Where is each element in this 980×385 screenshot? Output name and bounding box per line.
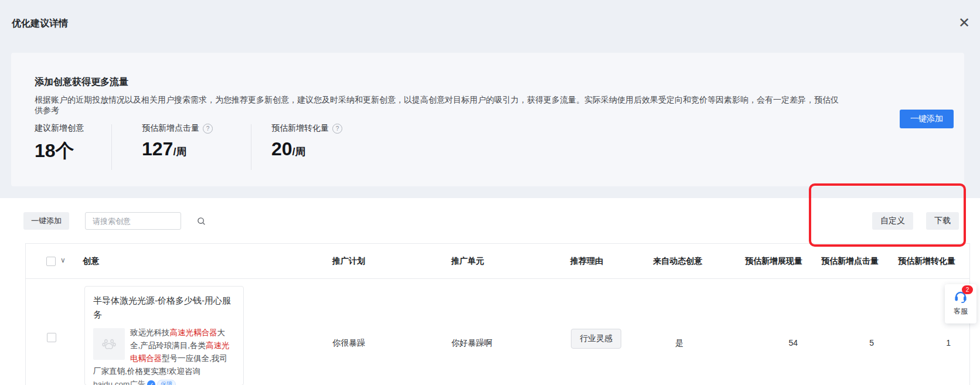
creative-description: 致远光科技高速光耦合器大全,产品玲琅满目,各类高速光电耦合器型号一应俱全,我司厂… <box>93 326 235 378</box>
download-button[interactable]: 下载 <box>926 212 959 230</box>
desc-text: 致远光科技 <box>130 328 170 337</box>
stat-label: 建议新增创意 <box>35 123 84 134</box>
guarantee-badge: 保障 <box>157 380 176 385</box>
header-unit: 推广单元 <box>451 256 484 267</box>
table-header-row: ∨ 创意 推广计划 推广单元 推荐理由 来自动态创意 预估新增展现量 预估新增点… <box>26 244 969 279</box>
cell-est-clicks: 5 <box>808 338 874 347</box>
creative-thumbnail <box>93 328 125 360</box>
cell-from-dynamic: 是 <box>675 338 683 349</box>
page-title: 优化建议详情 <box>12 18 68 30</box>
support-label: 客服 <box>954 306 968 316</box>
creative-preview-card[interactable]: 半导体激光光源-价格多少钱-用心服务 <box>84 286 244 385</box>
cell-plan: 你很暴躁 <box>332 338 365 349</box>
toolbar-add-button[interactable]: 一键添加 <box>23 212 69 230</box>
stat-label: 预估新增转化量 <box>271 123 329 134</box>
stat-est-conversions: 预估新增转化量 ? 20/周 <box>271 123 342 160</box>
creative-url: baidu.com广告 <box>93 379 145 385</box>
paw-icon <box>100 335 118 353</box>
close-icon[interactable]: ✕ <box>955 14 973 32</box>
header-from-dynamic: 来自动态创意 <box>653 256 702 267</box>
divider <box>251 124 251 170</box>
header-plan: 推广计划 <box>332 256 365 267</box>
creative-url-line: baidu.com广告 ✓ 保障 <box>93 379 235 385</box>
chevron-down-icon[interactable]: ∨ <box>60 256 66 264</box>
customize-button[interactable]: 自定义 <box>872 212 913 230</box>
header-creative: 创意 <box>83 256 99 267</box>
add-all-button[interactable]: 一键添加 <box>900 110 954 128</box>
stat-value: 127 <box>142 138 173 159</box>
search-input-wrap <box>85 212 181 230</box>
help-icon[interactable]: ? <box>332 124 342 134</box>
stat-est-clicks: 预估新增点击量 ? 127/周 <box>142 123 213 160</box>
header-est-impressions: 预估新增展现量 <box>732 256 802 267</box>
help-icon[interactable]: ? <box>203 124 213 134</box>
creative-list-section: 一键添加 自定义 下载 ∨ 创意 推广计划 推广单元 推荐理由 来自动态创意 预… <box>0 198 980 385</box>
desc-highlight: 高速光耦合器 <box>170 328 217 337</box>
row-checkbox[interactable] <box>47 333 56 342</box>
panel-heading: 添加创意获得更多流量 <box>35 76 128 88</box>
stat-unit: /周 <box>292 146 306 158</box>
stat-unit: /周 <box>173 146 186 158</box>
header-est-conversions: 预估新增转化量 <box>885 256 955 267</box>
cell-est-impressions: 54 <box>732 338 798 347</box>
notification-badge: 2 <box>962 285 973 294</box>
stat-unit: 个 <box>56 140 74 161</box>
header-reason: 推荐理由 <box>570 256 603 267</box>
stat-new-creatives: 建议新增创意 18个 <box>35 123 84 164</box>
panel-description: 根据账户的近期投放情况以及相关用户搜索需求，为您推荐更多新创意，建议您及时采纳和… <box>35 95 843 116</box>
optimization-suggestion-dialog: 优化建议详情 ✕ 添加创意获得更多流量 根据账户的近期投放情况以及相关用户搜索需… <box>0 0 980 385</box>
creatives-table: ∨ 创意 推广计划 推广单元 推荐理由 来自动态创意 预估新增展现量 预估新增点… <box>25 243 970 385</box>
customer-support-widget[interactable]: 2 客服 <box>945 284 976 323</box>
suggestion-panel: 添加创意获得更多流量 根据账户的近期投放情况以及相关用户搜索需求，为您推荐更多新… <box>11 53 964 186</box>
stat-value: 18 <box>35 140 56 161</box>
header-est-clicks: 预估新增点击量 <box>808 256 879 267</box>
search-icon[interactable] <box>197 217 206 226</box>
select-all-checkbox[interactable] <box>46 257 56 266</box>
search-input[interactable] <box>91 216 197 226</box>
reason-badge[interactable]: 行业灵感 <box>571 329 621 349</box>
cell-est-conversions: 1 <box>885 338 951 347</box>
cell-unit: 你好暴躁啊 <box>451 338 492 349</box>
verified-check-icon: ✓ <box>147 380 155 385</box>
stat-value: 20 <box>271 138 292 159</box>
divider <box>111 124 112 170</box>
stat-label: 预估新增点击量 <box>142 123 199 134</box>
creative-title: 半导体激光光源-价格多少钱-用心服务 <box>93 294 235 322</box>
